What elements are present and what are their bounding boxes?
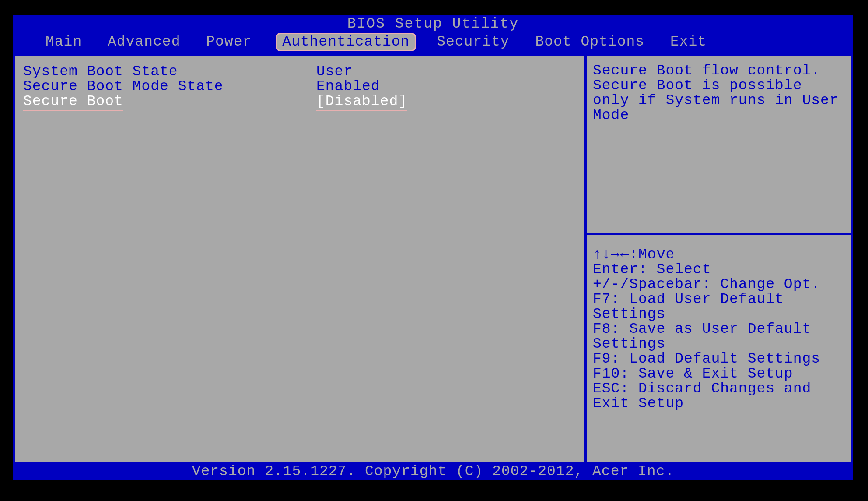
tab-security[interactable]: Security — [435, 33, 511, 51]
value-secure-boot[interactable]: [Disabled] — [316, 94, 577, 109]
hint-f7: F7: Load User Default Settings — [593, 292, 845, 322]
main-area: System Boot State User Secure Boot Mode … — [13, 51, 853, 464]
hint-f9: F9: Load Default Settings — [593, 352, 845, 367]
settings-pane: System Boot State User Secure Boot Mode … — [13, 53, 584, 464]
label-system-boot-state: System Boot State — [23, 64, 316, 79]
tab-main[interactable]: Main — [44, 33, 84, 51]
help-text: Secure Boot flow control. Secure Boot is… — [587, 56, 851, 235]
row-secure-boot[interactable]: Secure Boot [Disabled] — [23, 94, 577, 109]
menu-bar[interactable]: Main Advanced Power Authentication Secur… — [13, 33, 853, 51]
arrows-icon: ↑↓→← — [593, 247, 629, 263]
hint-change: +/-/Spacebar: Change Opt. — [593, 277, 845, 292]
label-secure-boot: Secure Boot — [23, 94, 316, 109]
hint-enter: Enter: Select — [593, 262, 845, 277]
help-pane: Secure Boot flow control. Secure Boot is… — [584, 53, 853, 464]
hint-move: ↑↓→←:Move — [593, 247, 845, 262]
hint-f8: F8: Save as User Default Settings — [593, 322, 845, 352]
hint-f10: F10: Save & Exit Setup — [593, 367, 845, 381]
hint-move-label: :Move — [629, 247, 675, 263]
row-secure-boot-mode-state: Secure Boot Mode State Enabled — [23, 79, 577, 94]
tab-exit[interactable]: Exit — [668, 33, 708, 51]
key-hints: ↑↓→←:Move Enter: Select +/-/Spacebar: Ch… — [587, 235, 851, 462]
bios-window: BIOS Setup Utility Main Advanced Power A… — [13, 15, 853, 480]
value-secure-boot-mode-state: Enabled — [316, 79, 577, 94]
hint-esc: ESC: Discard Changes and Exit Setup — [593, 381, 845, 411]
footer-version: Version 2.15.1227. Copyright (C) 2002-20… — [13, 464, 853, 480]
tab-advanced[interactable]: Advanced — [106, 33, 182, 51]
tab-authentication[interactable]: Authentication — [276, 33, 416, 51]
value-system-boot-state: User — [316, 64, 577, 79]
label-secure-boot-mode-state: Secure Boot Mode State — [23, 79, 316, 94]
page-title: BIOS Setup Utility — [13, 15, 853, 33]
tab-boot-options[interactable]: Boot Options — [533, 33, 646, 51]
tab-power[interactable]: Power — [204, 33, 253, 51]
row-system-boot-state: System Boot State User — [23, 64, 577, 79]
